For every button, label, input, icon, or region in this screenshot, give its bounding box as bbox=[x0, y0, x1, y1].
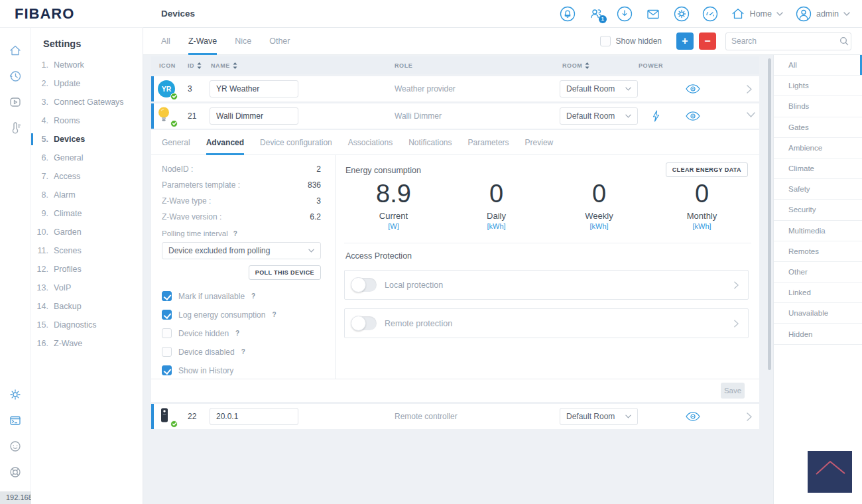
sidebar-item-diagnostics[interactable]: 15.Diagnostics bbox=[31, 316, 143, 334]
category-gates[interactable]: Gates bbox=[774, 117, 862, 138]
visibility-eye-icon[interactable] bbox=[686, 412, 700, 421]
room-select[interactable]: Default Room bbox=[560, 408, 638, 425]
room-select[interactable]: Default Room bbox=[560, 80, 638, 97]
expand-row-chevron[interactable] bbox=[747, 412, 752, 421]
sidebar-item-voip[interactable]: 13.VoIP bbox=[31, 279, 143, 297]
sidebar-item-update[interactable]: 2.Update bbox=[31, 74, 143, 93]
visibility-eye-icon[interactable] bbox=[686, 111, 700, 121]
local-protection-toggle[interactable] bbox=[351, 278, 377, 292]
sidebar-item-garden[interactable]: 10.Garden bbox=[31, 223, 143, 241]
category-all[interactable]: All bbox=[774, 55, 862, 76]
help-icon[interactable]: ? bbox=[233, 230, 237, 237]
download-icon[interactable] bbox=[617, 6, 633, 22]
home-rail-icon[interactable] bbox=[9, 44, 22, 57]
yr-weather-device-icon: YR bbox=[156, 79, 176, 99]
tab-general[interactable]: General bbox=[162, 130, 190, 155]
section-divider bbox=[344, 243, 751, 243]
climate-thermometer-icon[interactable] bbox=[9, 121, 22, 135]
history-clock-icon[interactable] bbox=[9, 70, 22, 83]
tab-zwave[interactable]: Z-Wave bbox=[188, 28, 217, 55]
col-name-sort[interactable]: NAME bbox=[211, 62, 237, 69]
sidebar-item-general[interactable]: 6.General bbox=[31, 149, 143, 167]
mark-if-unavailable-checkbox[interactable] bbox=[162, 291, 172, 301]
sidebar-item-zwave[interactable]: 16.Z-Wave bbox=[31, 334, 143, 353]
category-unavailable[interactable]: Unavailable bbox=[774, 303, 862, 324]
search-icon bbox=[839, 36, 854, 46]
tab-notifications[interactable]: Notifications bbox=[408, 130, 452, 155]
category-climate[interactable]: Climate bbox=[774, 158, 862, 179]
tab-advanced[interactable]: Advanced bbox=[206, 130, 244, 155]
col-id-sort[interactable]: ID bbox=[188, 62, 202, 69]
help-icon[interactable]: ? bbox=[251, 292, 255, 300]
polling-interval-select[interactable]: Device excluded from polling bbox=[162, 242, 321, 259]
support-icon[interactable] bbox=[9, 466, 22, 479]
sidebar-item-backup[interactable]: 14.Backup bbox=[31, 297, 143, 316]
sidebar-item-rooms[interactable]: 4.Rooms bbox=[31, 111, 143, 130]
category-security[interactable]: Security bbox=[774, 200, 862, 220]
tab-associations[interactable]: Associations bbox=[348, 130, 393, 155]
tab-all[interactable]: All bbox=[161, 28, 170, 55]
sidebar-item-climate[interactable]: 9.Climate bbox=[31, 204, 143, 223]
remote-protection-toggle[interactable] bbox=[351, 316, 377, 330]
add-device-button[interactable]: + bbox=[676, 32, 694, 50]
clear-energy-data-button[interactable]: CLEAR ENERGY DATA bbox=[666, 162, 748, 177]
sidebar-item-alarm[interactable]: 8.Alarm bbox=[31, 186, 143, 204]
device-name-input[interactable] bbox=[210, 408, 298, 425]
log-energy-checkbox[interactable] bbox=[162, 310, 172, 320]
search-input[interactable] bbox=[726, 36, 839, 46]
sidebar-item-connect-gateways[interactable]: 3.Connect Gateways bbox=[31, 93, 143, 111]
collapse-row-chevron[interactable] bbox=[747, 112, 755, 117]
tab-parameters[interactable]: Parameters bbox=[468, 130, 509, 155]
category-remotes[interactable]: Remotes bbox=[774, 241, 862, 262]
sidebar-item-devices[interactable]: 5.Devices bbox=[31, 130, 143, 149]
poll-this-device-button[interactable]: POLL THIS DEVICE bbox=[249, 265, 321, 280]
category-ambience[interactable]: Ambience bbox=[774, 138, 862, 158]
tab-device-configuration[interactable]: Device configuration bbox=[260, 130, 332, 155]
save-button[interactable]: Save bbox=[721, 383, 745, 399]
sidebar-item-access[interactable]: 7.Access bbox=[31, 167, 143, 186]
category-safety[interactable]: Safety bbox=[774, 179, 862, 200]
mini-chart-widget[interactable] bbox=[808, 451, 852, 493]
sidebar-item-scenes[interactable]: 11.Scenes bbox=[31, 241, 143, 260]
mail-icon[interactable] bbox=[645, 6, 661, 22]
tab-nice[interactable]: Nice bbox=[235, 28, 251, 55]
alarm-bell-icon[interactable] bbox=[560, 6, 576, 22]
visibility-eye-icon[interactable] bbox=[686, 84, 700, 94]
sidebar-item-profiles[interactable]: 12.Profiles bbox=[31, 260, 143, 279]
user-menu[interactable]: admin bbox=[796, 6, 850, 22]
expand-row-chevron[interactable] bbox=[747, 85, 752, 94]
device-name-input[interactable] bbox=[210, 107, 298, 125]
remove-device-button[interactable]: − bbox=[699, 32, 716, 50]
help-icon[interactable]: ? bbox=[235, 330, 239, 337]
media-play-icon[interactable] bbox=[9, 95, 22, 109]
show-hidden-checkbox[interactable] bbox=[600, 36, 611, 46]
device-name-input[interactable] bbox=[210, 80, 298, 97]
users-icon[interactable]: 1 bbox=[588, 6, 604, 22]
col-room-sort[interactable]: ROOM bbox=[562, 62, 589, 69]
category-multimedia[interactable]: Multimedia bbox=[774, 221, 862, 241]
home-menu[interactable]: Home bbox=[731, 7, 783, 21]
device-hidden-checkbox[interactable] bbox=[162, 328, 172, 338]
category-other[interactable]: Other bbox=[774, 262, 862, 283]
device-disabled-checkbox[interactable] bbox=[162, 347, 172, 357]
sidebar-item-network[interactable]: 1.Network bbox=[31, 56, 143, 74]
remote-protection-row[interactable]: Remote protection bbox=[344, 308, 749, 338]
gauge-icon[interactable] bbox=[702, 6, 718, 22]
category-lights[interactable]: Lights bbox=[774, 76, 862, 96]
help-icon[interactable]: ? bbox=[241, 348, 245, 355]
local-protection-row[interactable]: Local protection bbox=[344, 270, 749, 300]
help-icon[interactable]: ? bbox=[272, 311, 276, 318]
category-linked[interactable]: Linked bbox=[774, 283, 862, 303]
scrollbar-thumb[interactable] bbox=[768, 58, 771, 370]
tab-other[interactable]: Other bbox=[269, 28, 290, 55]
settings-sun-icon[interactable] bbox=[674, 6, 690, 22]
show-in-history-checkbox[interactable] bbox=[162, 365, 172, 375]
assistant-icon[interactable] bbox=[9, 440, 22, 453]
terminal-icon[interactable] bbox=[9, 414, 22, 427]
power-bolt-icon[interactable] bbox=[652, 110, 660, 122]
tab-preview[interactable]: Preview bbox=[525, 130, 554, 155]
category-hidden[interactable]: Hidden bbox=[774, 324, 862, 344]
gear-icon[interactable] bbox=[9, 388, 22, 401]
room-select[interactable]: Default Room bbox=[560, 107, 638, 125]
category-blinds[interactable]: Blinds bbox=[774, 96, 862, 117]
